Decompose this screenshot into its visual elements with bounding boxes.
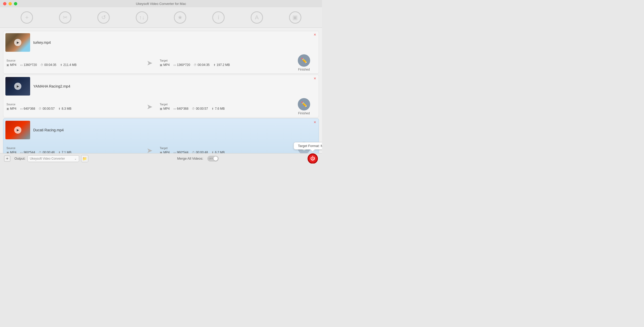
toolbar-item-effects[interactable]: ★	[174, 11, 186, 24]
size-icon-src-ducati: ⬆	[58, 151, 61, 153]
toolbar-item-trim[interactable]: ✂	[59, 11, 71, 24]
source-format-yamaha: ▣ MP4	[6, 107, 16, 110]
source-size-text-turkey: 211.4 MB	[63, 63, 77, 67]
format-icon-src-ducati: ▣	[6, 151, 9, 153]
source-dur-text-yamaha: 00:00:57	[43, 107, 55, 110]
source-size-text-yamaha: 8.3 MB	[62, 107, 71, 110]
folder-icon: 📁	[82, 157, 87, 161]
target-format-text-ducati: MP4	[163, 151, 170, 153]
source-label-yamaha: Source	[6, 103, 139, 106]
video-header-ducati: ▶ Ducati Racing.mp4	[3, 119, 319, 140]
target-format-turkey: ▣ MP4	[160, 63, 170, 67]
target-res-text-turkey: 1360*720	[177, 63, 190, 67]
source-format-text-ducati: MP4	[10, 151, 16, 153]
play-icon-turkey[interactable]: ▶	[14, 39, 21, 46]
toolbar-icon-add: +	[21, 11, 33, 24]
thumbnail-turkey: ▶	[5, 33, 30, 52]
target-dur-turkey: ⏱ 00:04:35	[194, 63, 210, 67]
source-label-ducati: Source	[6, 147, 139, 150]
title-bar: Ukeysoft Video Converter for Mac	[0, 0, 322, 7]
convert-button[interactable]: ⏻ Target Format: MP4	[308, 153, 318, 164]
source-res-yamaha: ▭ 640*368	[20, 107, 35, 110]
format-icon-src-yamaha: ▣	[6, 107, 9, 110]
play-icon-ducati[interactable]: ▶	[14, 126, 21, 134]
format-icon-src-turkey: ▣	[6, 63, 9, 67]
dur-icon-tgt-yamaha: ⏱	[192, 107, 195, 110]
bottom-bar: + Output: Ukeysoft Video Converter ⌄ 📁 M…	[0, 153, 322, 163]
video-header-yamaha: ▶ YAMAHA Racing2.mp4	[3, 75, 319, 97]
status-icon-yamaha: ✏️	[298, 98, 310, 110]
video-item-yamaha[interactable]: × ▶ YAMAHA Racing2.mp4 Source ▣ MP4 ▭ 64…	[3, 75, 319, 117]
res-icon-tgt-turkey: ▭	[173, 63, 176, 67]
close-video-yamaha[interactable]: ×	[314, 76, 316, 81]
minimize-button[interactable]	[9, 2, 12, 5]
convert-icon: ⏻	[310, 156, 315, 161]
toolbar-icon-extra: ▣	[289, 11, 301, 24]
target-format-yamaha: ▣ MP4	[160, 107, 170, 110]
filename-yamaha: YAMAHA Racing2.mp4	[33, 84, 70, 88]
add-video-button[interactable]: +	[4, 156, 10, 162]
toolbar-icon-trim: ✂	[59, 11, 71, 24]
size-icon-src-yamaha: ⬆	[58, 107, 61, 110]
close-video-ducati[interactable]: ×	[314, 120, 316, 124]
source-format-text-turkey: MP4	[10, 63, 16, 67]
toolbar-item-compress[interactable]: ↑↓	[136, 11, 148, 24]
thumbnail-ducati: ▶	[5, 121, 30, 139]
arrow-ducati: ➤	[139, 146, 160, 153]
target-dur-text-yamaha: 00:00:57	[196, 107, 208, 110]
toolbar-item-convert[interactable]: ↺	[97, 11, 110, 24]
target-size-ducati: ⬆ 6.2 MB	[211, 151, 225, 153]
source-panel-yamaha: Source ▣ MP4 ▭ 640*368 ⏱ 00:00:57	[6, 103, 139, 110]
target-res-ducati: ▭ 960*544	[173, 151, 189, 153]
target-data-turkey: ▣ MP4 ▭ 1360*720 ⏱ 00:04:35 ⬆ 197.2 MB	[160, 63, 292, 67]
toolbar: +✂↺↑↓★iA▣	[0, 7, 322, 28]
maximize-button[interactable]	[14, 2, 17, 5]
format-icon-tgt-ducati: ▣	[160, 151, 162, 153]
res-icon-tgt-ducati: ▭	[173, 151, 176, 153]
target-size-text-yamaha: 7.6 MB	[215, 107, 225, 110]
video-header-turkey: ▶ turkey.mp4	[3, 31, 319, 53]
play-icon-yamaha[interactable]: ▶	[14, 83, 21, 90]
source-res-text-yamaha: 640*368	[24, 107, 35, 110]
info-row-turkey: Source ▣ MP4 ▭ 1360*720 ⏱ 00:04:35	[3, 53, 319, 73]
source-res-text-turkey: 1360*720	[24, 63, 37, 67]
target-res-text-yamaha: 640*368	[177, 107, 189, 110]
output-dropdown[interactable]: Ukeysoft Video Converter ⌄	[28, 155, 79, 162]
source-dur-text-ducati: 00:00:48	[43, 151, 55, 153]
target-dur-text-turkey: 00:04:35	[198, 63, 210, 67]
size-icon-tgt-yamaha: ⬆	[211, 107, 214, 110]
target-res-turkey: ▭ 1360*720	[173, 63, 190, 67]
source-label-turkey: Source	[6, 59, 139, 62]
target-data-ducati: ▣ MP4 ▭ 960*544 ⏱ 00:00:48 ⬆ 6.2 MB	[160, 151, 292, 153]
close-button[interactable]	[3, 2, 6, 5]
info-row-ducati: Source ▣ MP4 ▭ 960*544 ⏱ 00:00:48	[3, 140, 319, 153]
format-icon-tgt-yamaha: ▣	[160, 107, 162, 110]
source-panel-turkey: Source ▣ MP4 ▭ 1360*720 ⏱ 00:04:35	[6, 59, 139, 67]
target-panel-ducati: Target ▣ MP4 ▭ 960*544 ⏱ 00:00:48	[160, 147, 292, 153]
output-value: Ukeysoft Video Converter	[30, 157, 65, 160]
chevron-down-icon: ⌄	[74, 157, 77, 160]
res-icon-tgt-yamaha: ▭	[173, 107, 176, 110]
folder-button[interactable]: 📁	[81, 155, 88, 162]
merge-label: Merge All Videos:	[177, 157, 203, 160]
toolbar-item-info[interactable]: i	[212, 11, 225, 24]
status-icon-turkey: ✏️	[298, 54, 310, 67]
dur-icon-src-turkey: ⏱	[40, 63, 43, 66]
source-format-text-yamaha: MP4	[10, 107, 16, 110]
target-data-yamaha: ▣ MP4 ▭ 640*368 ⏱ 00:00:57 ⬆ 7.6 MB	[160, 107, 292, 110]
merge-toggle[interactable]: OFF	[207, 156, 219, 161]
target-dur-ducati: ⏱ 00:00:48	[192, 151, 208, 153]
toolbar-item-add[interactable]: +	[21, 11, 33, 24]
video-item-turkey[interactable]: × ▶ turkey.mp4 Source ▣ MP4 ▭ 1360*720	[3, 31, 319, 74]
video-item-ducati[interactable]: × ▶ Ducati Racing.mp4 Source ▣ MP4 ▭ 960…	[3, 118, 319, 153]
source-data-yamaha: ▣ MP4 ▭ 640*368 ⏱ 00:00:57 ⬆ 8.3 MB	[6, 107, 139, 110]
source-size-ducati: ⬆ 7.1 MB	[58, 151, 71, 153]
source-panel-ducati: Source ▣ MP4 ▭ 960*544 ⏱ 00:00:48	[6, 147, 139, 153]
arrow-yamaha: ➤	[139, 102, 160, 111]
status-area-turkey: ✏️ Finished	[292, 54, 316, 71]
filename-ducati: Ducati Racing.mp4	[33, 128, 64, 132]
status-area-yamaha: ✏️ Finished	[292, 98, 316, 115]
close-video-turkey[interactable]: ×	[314, 33, 316, 37]
toolbar-item-extra[interactable]: ▣	[289, 11, 301, 24]
toolbar-item-settings[interactable]: A	[251, 11, 263, 24]
